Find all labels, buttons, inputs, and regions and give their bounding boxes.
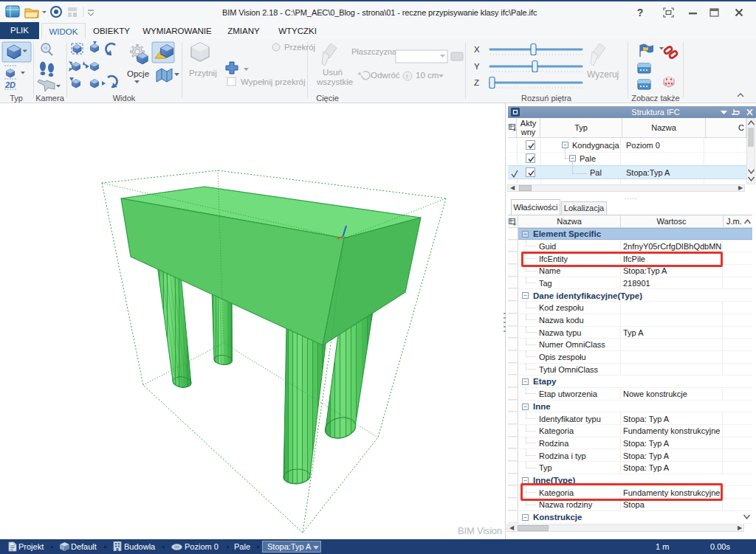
svg-text:Z: Z	[474, 78, 479, 87]
svg-text:Opcje: Opcje	[127, 69, 149, 78]
svg-text:Wypełnij przekrój: Wypełnij przekrój	[241, 77, 305, 86]
svg-text:wszystkie: wszystkie	[316, 77, 353, 86]
svg-text:Przytnij: Przytnij	[189, 69, 217, 77]
svg-text:Płaszczyzna: Płaszczyzna	[351, 47, 397, 56]
svg-text:Przekrój: Przekrój	[284, 43, 315, 52]
svg-text:Odwróć: Odwróć	[371, 71, 400, 80]
svg-text:Wyzeruj: Wyzeruj	[587, 69, 619, 80]
svg-text:Y: Y	[474, 62, 480, 71]
svg-text:Usuń: Usuń	[323, 68, 343, 77]
svg-text:↕: ↕	[405, 73, 408, 80]
svg-text:X: X	[474, 45, 480, 54]
svg-text:2D: 2D	[4, 80, 16, 89]
svg-text:10 cm: 10 cm	[416, 71, 439, 80]
